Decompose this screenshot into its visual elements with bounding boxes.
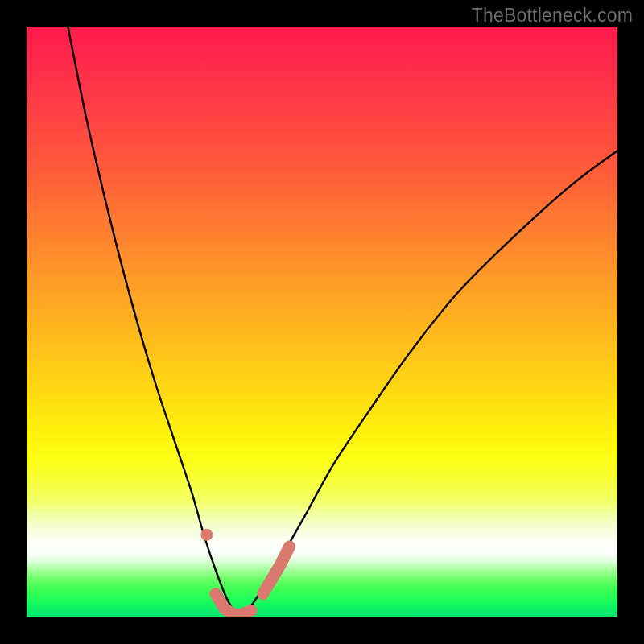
watermark-label: TheBottleneck.com (472, 5, 633, 27)
bottleneck-curve (68, 27, 617, 617)
highlight-dot (200, 529, 213, 541)
curve-layer (27, 27, 617, 617)
highlight-band-right (263, 547, 290, 594)
chart-frame: TheBottleneck.com (0, 0, 644, 644)
plot-area (27, 27, 617, 617)
highlight-band-left (216, 594, 251, 615)
